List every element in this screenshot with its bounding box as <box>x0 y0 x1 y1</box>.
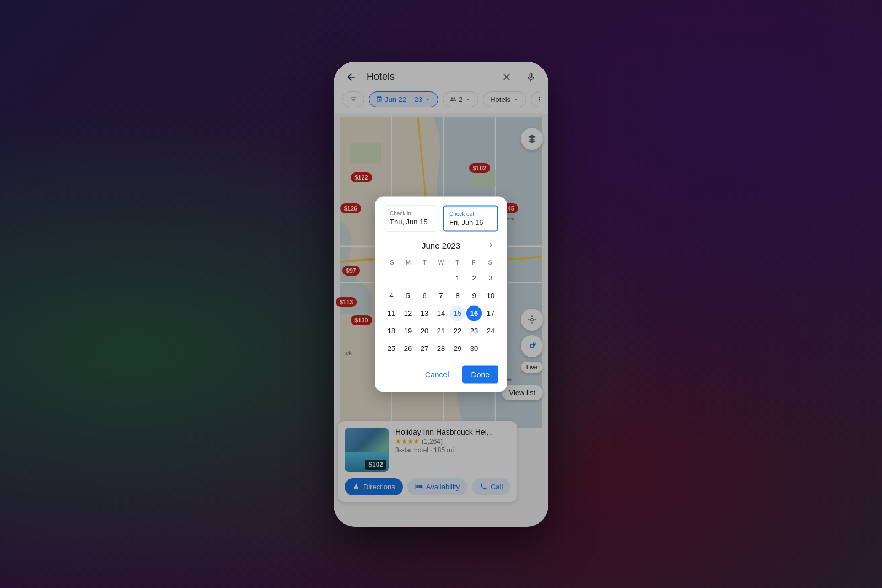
next-month-button[interactable] <box>483 238 498 253</box>
calendar-day[interactable]: 12 <box>400 305 416 321</box>
calendar-day[interactable]: 7 <box>433 288 449 303</box>
checkin-value: Thu, Jun 15 <box>390 217 432 225</box>
done-button[interactable]: Done <box>462 365 498 383</box>
calendar-day[interactable]: 13 <box>417 305 432 321</box>
calendar-day[interactable]: 18 <box>384 323 399 338</box>
calendar-day[interactable]: 1 <box>450 270 465 285</box>
checkin-label: Check in <box>390 210 432 216</box>
calendar-day[interactable]: 25 <box>384 341 399 356</box>
calendar-day[interactable]: 11 <box>384 305 399 321</box>
date-fields: Check in Thu, Jun 15 Check out Fri, Jun … <box>384 205 498 231</box>
calendar-day <box>433 270 449 285</box>
calendar-header: June 2023 <box>384 240 498 250</box>
weekday-label: S <box>384 256 400 267</box>
weekday-label: T <box>449 256 466 267</box>
weekday-label: F <box>466 256 482 267</box>
calendar-day[interactable]: 8 <box>450 288 465 303</box>
calendar-day[interactable]: 20 <box>417 323 432 338</box>
calendar-day[interactable]: 19 <box>400 323 416 338</box>
checkout-field[interactable]: Check out Fri, Jun 16 <box>443 205 498 231</box>
checkin-field[interactable]: Check in Thu, Jun 15 <box>384 205 438 231</box>
weekday-label: T <box>416 256 433 267</box>
calendar-day[interactable]: 15 <box>450 305 465 321</box>
calendar-day <box>384 270 399 285</box>
calendar-day[interactable]: 16 <box>466 305 482 321</box>
calendar-day[interactable]: 24 <box>483 323 498 338</box>
calendar-day[interactable]: 4 <box>384 288 399 303</box>
calendar-day[interactable]: 14 <box>433 305 449 321</box>
calendar-day[interactable]: 22 <box>450 323 465 338</box>
calendar-day <box>400 270 416 285</box>
calendar-day <box>417 270 432 285</box>
calendar-day[interactable]: 21 <box>433 323 449 338</box>
calendar-day[interactable]: 27 <box>417 341 432 356</box>
calendar-day[interactable]: 23 <box>466 323 482 338</box>
calendar-grid: 1234567891011121314151617181920212223242… <box>384 269 498 357</box>
calendar-day[interactable]: 6 <box>417 288 432 303</box>
calendar-day[interactable]: 9 <box>466 288 482 303</box>
calendar-day[interactable]: 28 <box>433 341 449 356</box>
calendar-day[interactable]: 30 <box>466 341 482 356</box>
cancel-button[interactable]: Cancel <box>416 365 458 383</box>
calendar-weekdays: SMTWTFS <box>384 256 498 267</box>
checkout-value: Fri, Jun 16 <box>449 218 492 226</box>
weekday-label: S <box>482 256 498 267</box>
calendar-month: June 2023 <box>422 240 460 250</box>
calendar-day[interactable]: 3 <box>483 270 498 285</box>
calendar-day[interactable]: 26 <box>400 341 416 356</box>
dialog-actions: Cancel Done <box>384 365 498 383</box>
phone-frame: wich ark Uniondale $122 $126 $102 $145 $… <box>334 62 548 527</box>
calendar-day[interactable]: 10 <box>483 288 498 303</box>
checkout-label: Check out <box>449 211 492 217</box>
calendar-day[interactable]: 17 <box>483 305 498 321</box>
weekday-label: M <box>400 256 417 267</box>
weekday-label: W <box>433 256 449 267</box>
calendar-day[interactable]: 5 <box>400 288 416 303</box>
calendar-day[interactable]: 29 <box>450 341 465 356</box>
calendar-day[interactable]: 2 <box>466 270 482 285</box>
date-picker-dialog: Check in Thu, Jun 15 Check out Fri, Jun … <box>375 196 507 392</box>
